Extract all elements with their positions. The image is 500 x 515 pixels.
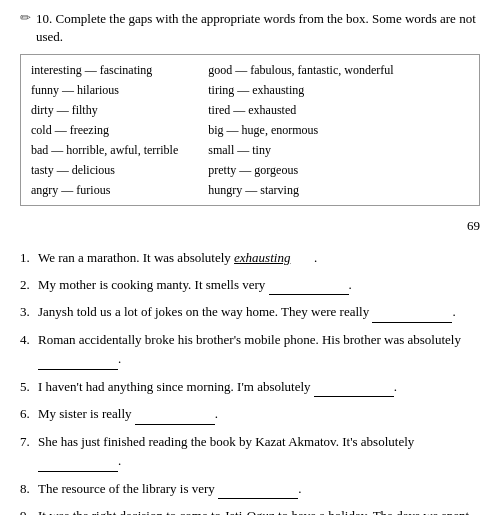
pencil-icon: ✏	[20, 10, 31, 26]
sentence-number: 5.	[20, 377, 38, 398]
answer-blank	[38, 451, 118, 472]
sentence-item: 9.It was the right decision to come to J…	[20, 506, 480, 515]
answer-filled: exhausting	[234, 248, 314, 268]
sentence-text: I haven't had anything since morning. I'…	[38, 377, 480, 398]
sentence-after: .	[118, 453, 121, 468]
sentence-text: My mother is cooking manty. It smells ve…	[38, 275, 480, 296]
sentence-number: 2.	[20, 275, 38, 296]
sentence-item: 7.She has just finished reading the book…	[20, 432, 480, 472]
sentences-list: 1.We ran a marathon. It was absolutely e…	[20, 248, 480, 515]
sentence-after: .	[314, 250, 317, 265]
sentence-after: .	[452, 304, 455, 319]
sentence-text: We ran a marathon. It was absolutely exh…	[38, 248, 480, 268]
sentence-item: 3.Janysh told us a lot of jokes on the w…	[20, 302, 480, 323]
page-number: 69	[20, 218, 480, 234]
sentence-after: .	[118, 351, 121, 366]
sentence-number: 3.	[20, 302, 38, 323]
sentence-item: 4.Roman accidentally broke his brother's…	[20, 330, 480, 370]
answer-blank	[218, 479, 298, 500]
sentence-text: She has just finished reading the book b…	[38, 432, 480, 472]
sentence-item: 5.I haven't had anything since morning. …	[20, 377, 480, 398]
word-pair: angry — furious	[31, 181, 178, 199]
sentence-number: 9.	[20, 506, 38, 515]
sentence-after: .	[349, 277, 352, 292]
sentence-number: 1.	[20, 248, 38, 268]
sentence-number: 7.	[20, 432, 38, 472]
question-number: 10.	[36, 11, 52, 26]
word-pair: hungry — starving	[208, 181, 393, 199]
word-pair: dirty — filthy	[31, 101, 178, 119]
sentence-item: 6.My sister is really .	[20, 404, 480, 425]
answer-blank	[38, 349, 118, 370]
sentence-number: 4.	[20, 330, 38, 370]
sentence-text: The resource of the library is very .	[38, 479, 480, 500]
sentence-item: 1.We ran a marathon. It was absolutely e…	[20, 248, 480, 268]
question-text: 10. Complete the gaps with the appropria…	[36, 10, 480, 46]
word-pair: tasty — delicious	[31, 161, 178, 179]
question-instruction: Complete the gaps with the appropriate w…	[36, 11, 476, 44]
sentence-number: 6.	[20, 404, 38, 425]
word-col-left: interesting — fascinatingfunny — hilario…	[31, 61, 178, 199]
sentence-text: My sister is really .	[38, 404, 480, 425]
sentence-item: 2.My mother is cooking manty. It smells …	[20, 275, 480, 296]
answer-blank	[269, 275, 349, 296]
word-pair: funny — hilarious	[31, 81, 178, 99]
sentence-after: .	[215, 406, 218, 421]
sentence-number: 8.	[20, 479, 38, 500]
sentence-text: Janysh told us a lot of jokes on the way…	[38, 302, 480, 323]
sentence-item: 8.The resource of the library is very .	[20, 479, 480, 500]
word-box: interesting — fascinatingfunny — hilario…	[20, 54, 480, 206]
word-pair: good — fabulous, fantastic, wonderful	[208, 61, 393, 79]
sentence-after: .	[298, 481, 301, 496]
word-pair: tired — exhausted	[208, 101, 393, 119]
sentence-text: Roman accidentally broke his brother's m…	[38, 330, 480, 370]
word-pair: interesting — fascinating	[31, 61, 178, 79]
word-pair: pretty — gorgeous	[208, 161, 393, 179]
answer-blank	[372, 302, 452, 323]
sentence-text: It was the right decision to come to Jet…	[38, 506, 480, 515]
question-header: ✏ 10. Complete the gaps with the appropr…	[20, 10, 480, 46]
word-pair: small — tiny	[208, 141, 393, 159]
word-pair: big — huge, enormous	[208, 121, 393, 139]
answer-blank	[135, 404, 215, 425]
word-pair: bad — horrible, awful, terrible	[31, 141, 178, 159]
answer-blank	[314, 377, 394, 398]
word-pair: tiring — exhausting	[208, 81, 393, 99]
sentence-after: .	[394, 379, 397, 394]
word-col-right: good — fabulous, fantastic, wonderfultir…	[208, 61, 393, 199]
word-pair: cold — freezing	[31, 121, 178, 139]
